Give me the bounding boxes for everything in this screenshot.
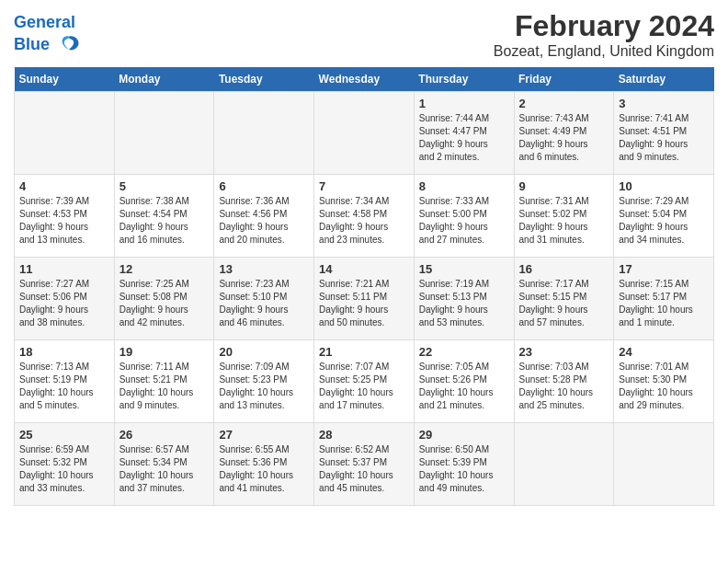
day-number: 15 — [419, 262, 509, 276]
calendar-cell: 8Sunrise: 7:33 AM Sunset: 5:00 PM Daylig… — [414, 175, 514, 258]
day-number: 10 — [619, 179, 709, 193]
day-number: 19 — [119, 345, 210, 359]
day-info: Sunrise: 7:13 AM Sunset: 5:19 PM Dayligh… — [19, 361, 109, 412]
day-info: Sunrise: 7:07 AM Sunset: 5:25 PM Dayligh… — [319, 361, 409, 412]
day-number: 4 — [19, 179, 109, 193]
calendar-cell: 3Sunrise: 7:41 AM Sunset: 4:51 PM Daylig… — [614, 92, 714, 175]
day-number: 29 — [419, 428, 509, 442]
day-info: Sunrise: 7:34 AM Sunset: 4:58 PM Dayligh… — [319, 195, 409, 247]
header: General Blue February 2024 Bozeat, Engla… — [14, 9, 714, 60]
day-number: 26 — [119, 428, 210, 442]
logo: General Blue — [14, 14, 82, 58]
day-info: Sunrise: 7:11 AM Sunset: 5:21 PM Dayligh… — [119, 361, 210, 412]
calendar-cell: 18Sunrise: 7:13 AM Sunset: 5:19 PM Dayli… — [15, 340, 115, 423]
calendar-header-sunday: Sunday — [15, 67, 115, 92]
page-title: February 2024 — [494, 9, 714, 43]
calendar-cell: 16Sunrise: 7:17 AM Sunset: 5:15 PM Dayli… — [514, 258, 614, 340]
calendar-cell: 9Sunrise: 7:31 AM Sunset: 5:02 PM Daylig… — [514, 175, 614, 258]
calendar-header-tuesday: Tuesday — [214, 67, 314, 92]
calendar-cell: 13Sunrise: 7:23 AM Sunset: 5:10 PM Dayli… — [214, 258, 314, 340]
calendar-cell: 10Sunrise: 7:29 AM Sunset: 5:04 PM Dayli… — [614, 175, 714, 258]
day-number: 6 — [219, 179, 309, 193]
calendar-cell: 27Sunrise: 6:55 AM Sunset: 5:36 PM Dayli… — [214, 423, 314, 506]
day-info: Sunrise: 6:59 AM Sunset: 5:32 PM Dayligh… — [19, 443, 109, 495]
day-info: Sunrise: 6:52 AM Sunset: 5:37 PM Dayligh… — [319, 443, 409, 495]
logo-general: General — [14, 13, 75, 31]
day-info: Sunrise: 7:03 AM Sunset: 5:28 PM Dayligh… — [519, 361, 609, 412]
calendar-cell — [514, 423, 614, 506]
day-info: Sunrise: 7:01 AM Sunset: 5:30 PM Dayligh… — [619, 361, 709, 412]
day-info: Sunrise: 7:05 AM Sunset: 5:26 PM Dayligh… — [419, 361, 509, 412]
calendar-cell: 6Sunrise: 7:36 AM Sunset: 4:56 PM Daylig… — [214, 175, 314, 258]
title-area: February 2024 Bozeat, England, United Ki… — [494, 9, 714, 60]
day-number: 14 — [319, 262, 409, 276]
calendar-week-row: 4Sunrise: 7:39 AM Sunset: 4:53 PM Daylig… — [15, 175, 714, 258]
day-info: Sunrise: 7:19 AM Sunset: 5:13 PM Dayligh… — [419, 278, 509, 329]
day-number: 1 — [419, 97, 509, 110]
calendar-cell: 1Sunrise: 7:44 AM Sunset: 4:47 PM Daylig… — [414, 92, 514, 175]
day-info: Sunrise: 7:31 AM Sunset: 5:02 PM Dayligh… — [519, 195, 609, 247]
calendar-cell: 15Sunrise: 7:19 AM Sunset: 5:13 PM Dayli… — [414, 258, 514, 340]
logo-bird-icon — [56, 32, 82, 58]
calendar-cell: 22Sunrise: 7:05 AM Sunset: 5:26 PM Dayli… — [414, 340, 514, 423]
day-number: 27 — [219, 428, 309, 442]
calendar-cell: 23Sunrise: 7:03 AM Sunset: 5:28 PM Dayli… — [514, 340, 614, 423]
calendar-cell: 19Sunrise: 7:11 AM Sunset: 5:21 PM Dayli… — [114, 340, 214, 423]
calendar-cell: 11Sunrise: 7:27 AM Sunset: 5:06 PM Dayli… — [15, 258, 115, 340]
day-number: 16 — [519, 262, 609, 276]
calendar-cell — [314, 92, 415, 175]
calendar-cell: 12Sunrise: 7:25 AM Sunset: 5:08 PM Dayli… — [114, 258, 214, 340]
calendar-cell: 5Sunrise: 7:38 AM Sunset: 4:54 PM Daylig… — [114, 175, 214, 258]
day-info: Sunrise: 7:43 AM Sunset: 4:49 PM Dayligh… — [519, 112, 609, 164]
calendar-cell: 26Sunrise: 6:57 AM Sunset: 5:34 PM Dayli… — [114, 423, 214, 506]
day-info: Sunrise: 7:38 AM Sunset: 4:54 PM Dayligh… — [119, 195, 210, 247]
day-info: Sunrise: 7:41 AM Sunset: 4:51 PM Dayligh… — [619, 112, 709, 164]
calendar-header-monday: Monday — [114, 67, 214, 92]
calendar-cell: 14Sunrise: 7:21 AM Sunset: 5:11 PM Dayli… — [314, 258, 415, 340]
day-info: Sunrise: 7:17 AM Sunset: 5:15 PM Dayligh… — [519, 278, 609, 329]
day-number: 18 — [19, 345, 109, 359]
calendar-week-row: 18Sunrise: 7:13 AM Sunset: 5:19 PM Dayli… — [15, 340, 714, 423]
day-info: Sunrise: 7:21 AM Sunset: 5:11 PM Dayligh… — [319, 278, 409, 329]
calendar-week-row: 11Sunrise: 7:27 AM Sunset: 5:06 PM Dayli… — [15, 258, 714, 340]
calendar-cell: 20Sunrise: 7:09 AM Sunset: 5:23 PM Dayli… — [214, 340, 314, 423]
day-number: 11 — [19, 262, 109, 276]
calendar-table: SundayMondayTuesdayWednesdayThursdayFrid… — [14, 67, 714, 506]
calendar-header-row: SundayMondayTuesdayWednesdayThursdayFrid… — [15, 67, 714, 92]
calendar-header-wednesday: Wednesday — [314, 67, 415, 92]
day-info: Sunrise: 7:15 AM Sunset: 5:17 PM Dayligh… — [619, 278, 709, 329]
page-subtitle: Bozeat, England, United Kingdom — [494, 43, 714, 60]
calendar-header-friday: Friday — [514, 67, 614, 92]
calendar-week-row: 1Sunrise: 7:44 AM Sunset: 4:47 PM Daylig… — [15, 92, 714, 175]
day-info: Sunrise: 6:55 AM Sunset: 5:36 PM Dayligh… — [219, 443, 309, 495]
day-info: Sunrise: 6:57 AM Sunset: 5:34 PM Dayligh… — [119, 443, 210, 495]
calendar-cell: 17Sunrise: 7:15 AM Sunset: 5:17 PM Dayli… — [614, 258, 714, 340]
calendar-cell: 29Sunrise: 6:50 AM Sunset: 5:39 PM Dayli… — [414, 423, 514, 506]
day-number: 22 — [419, 345, 509, 359]
calendar-cell — [114, 92, 214, 175]
day-info: Sunrise: 7:27 AM Sunset: 5:06 PM Dayligh… — [19, 278, 109, 329]
day-info: Sunrise: 7:25 AM Sunset: 5:08 PM Dayligh… — [119, 278, 210, 329]
calendar-cell: 4Sunrise: 7:39 AM Sunset: 4:53 PM Daylig… — [15, 175, 115, 258]
day-info: Sunrise: 6:50 AM Sunset: 5:39 PM Dayligh… — [419, 443, 509, 495]
day-number: 9 — [519, 179, 609, 193]
day-number: 13 — [219, 262, 309, 276]
day-number: 20 — [219, 345, 309, 359]
calendar-header-saturday: Saturday — [614, 67, 714, 92]
calendar-cell — [15, 92, 115, 175]
day-info: Sunrise: 7:33 AM Sunset: 5:00 PM Dayligh… — [419, 195, 509, 247]
calendar-cell: 21Sunrise: 7:07 AM Sunset: 5:25 PM Dayli… — [314, 340, 415, 423]
calendar-cell — [214, 92, 314, 175]
day-info: Sunrise: 7:09 AM Sunset: 5:23 PM Dayligh… — [219, 361, 309, 412]
day-number: 8 — [419, 179, 509, 193]
day-number: 3 — [619, 97, 709, 110]
day-number: 2 — [519, 97, 609, 110]
day-number: 5 — [119, 179, 210, 193]
day-info: Sunrise: 7:39 AM Sunset: 4:53 PM Dayligh… — [19, 195, 109, 247]
day-number: 21 — [319, 345, 409, 359]
calendar-header-thursday: Thursday — [414, 67, 514, 92]
day-number: 23 — [519, 345, 609, 359]
day-number: 25 — [19, 428, 109, 442]
calendar-cell: 24Sunrise: 7:01 AM Sunset: 5:30 PM Dayli… — [614, 340, 714, 423]
day-info: Sunrise: 7:23 AM Sunset: 5:10 PM Dayligh… — [219, 278, 309, 329]
